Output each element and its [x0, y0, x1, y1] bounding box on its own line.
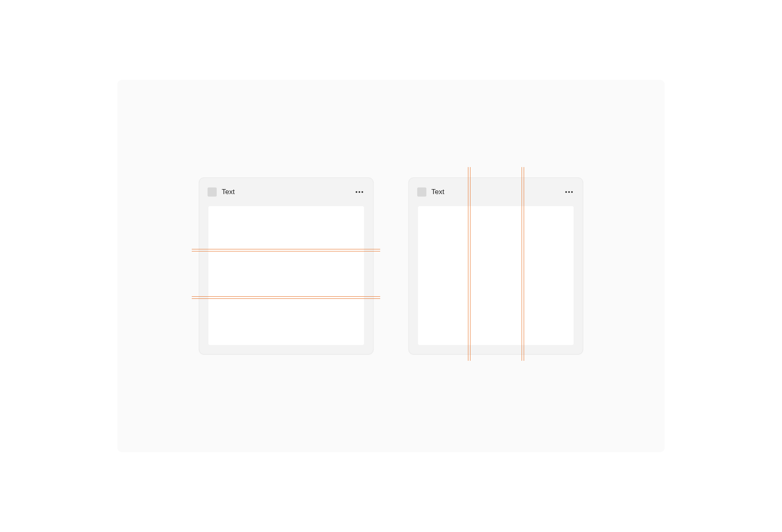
card-content: [418, 206, 574, 345]
card-left: Text: [199, 177, 374, 355]
placeholder-icon: [417, 187, 426, 197]
card-header-left: Text: [208, 187, 235, 197]
card-header: Text: [409, 178, 583, 206]
card-title: Text: [431, 188, 444, 196]
card-header: Text: [199, 178, 373, 206]
canvas: Text Text: [117, 80, 665, 452]
placeholder-icon: [208, 187, 217, 197]
card-right: Text: [408, 177, 583, 355]
more-horizontal-icon[interactable]: [564, 190, 574, 195]
card-header-left: Text: [417, 187, 444, 197]
card-title: Text: [222, 188, 235, 196]
card-body: [409, 206, 583, 354]
card-body: [199, 206, 373, 354]
more-horizontal-icon[interactable]: [354, 190, 365, 195]
card-content: [208, 206, 364, 345]
